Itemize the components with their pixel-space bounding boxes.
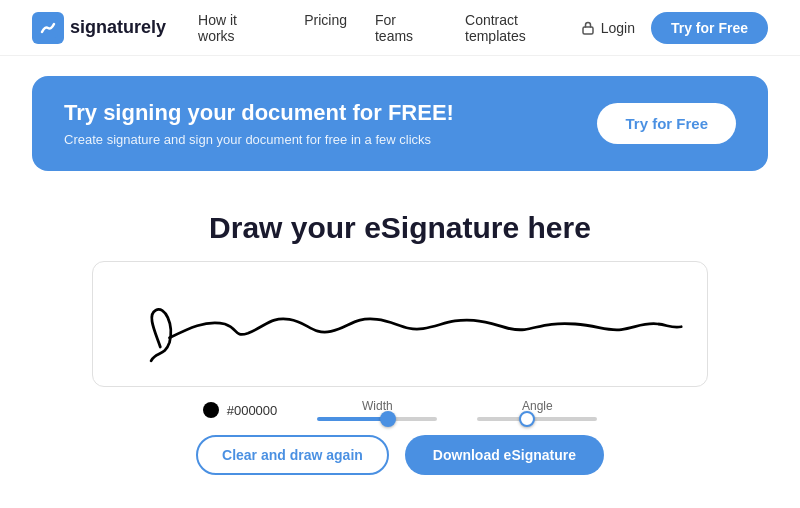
nav-pricing[interactable]: Pricing [304, 12, 347, 44]
nav-try-free-button[interactable]: Try for Free [651, 12, 768, 44]
main-content: Draw your eSignature here #000000 Width … [0, 191, 800, 475]
angle-control: Angle [477, 399, 597, 421]
nav-how-it-works[interactable]: How it works [198, 12, 276, 44]
width-slider[interactable] [317, 417, 437, 421]
nav-contract-templates[interactable]: Contract templates [465, 12, 581, 44]
logo-text: signaturely [70, 17, 166, 38]
color-dot [203, 402, 219, 418]
svg-rect-1 [583, 27, 593, 34]
promo-banner: Try signing your document for FREE! Crea… [32, 76, 768, 171]
angle-slider[interactable] [477, 417, 597, 421]
banner-heading: Try signing your document for FREE! [64, 100, 454, 126]
lock-icon [581, 21, 595, 35]
nav-for-teams[interactable]: For teams [375, 12, 437, 44]
logo[interactable]: signaturely [32, 12, 166, 44]
download-button[interactable]: Download eSignature [405, 435, 604, 475]
signature-controls: #000000 Width Angle [92, 399, 708, 421]
banner-try-free-button[interactable]: Try for Free [597, 103, 736, 144]
logo-icon [32, 12, 64, 44]
color-value: #000000 [227, 403, 278, 418]
nav-right: Login Try for Free [581, 12, 768, 44]
nav-links: How it works Pricing For teams Contract … [198, 12, 581, 44]
banner-subtext: Create signature and sign your document … [64, 132, 454, 147]
page-title: Draw your eSignature here [32, 211, 768, 245]
width-control: Width [317, 399, 437, 421]
login-button[interactable]: Login [581, 20, 635, 36]
login-label: Login [601, 20, 635, 36]
signature-canvas-area[interactable] [92, 261, 708, 387]
navbar: signaturely How it works Pricing For tea… [0, 0, 800, 56]
clear-button[interactable]: Clear and draw again [196, 435, 389, 475]
action-buttons: Clear and draw again Download eSignature [32, 435, 768, 475]
color-control: #000000 [203, 402, 278, 418]
signature-drawing[interactable] [105, 274, 695, 374]
banner-text: Try signing your document for FREE! Crea… [64, 100, 454, 147]
